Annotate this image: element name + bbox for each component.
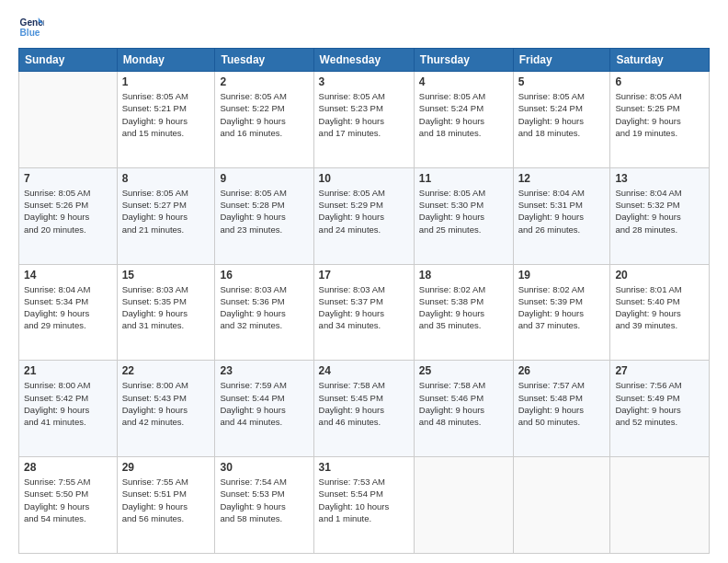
calendar-cell: 29Sunrise: 7:55 AMSunset: 5:51 PMDayligh… (117, 457, 215, 554)
calendar-cell: 21Sunrise: 8:00 AMSunset: 5:42 PMDayligh… (19, 361, 118, 457)
calendar-cell: 27Sunrise: 7:56 AMSunset: 5:49 PMDayligh… (610, 361, 710, 457)
svg-text:General: General (20, 17, 44, 28)
day-number: 22 (122, 364, 210, 377)
calendar-cell: 17Sunrise: 8:03 AMSunset: 5:37 PMDayligh… (313, 264, 414, 361)
day-info: Sunrise: 8:03 AMSunset: 5:35 PMDaylight:… (122, 283, 210, 332)
day-number: 11 (419, 172, 508, 185)
day-number: 5 (518, 75, 606, 88)
svg-text:Blue: Blue (20, 28, 40, 38)
day-info: Sunrise: 7:57 AMSunset: 5:48 PMDaylight:… (518, 379, 606, 428)
calendar-week-1: 1Sunrise: 8:05 AMSunset: 5:21 PMDaylight… (19, 72, 710, 168)
calendar-cell: 30Sunrise: 7:54 AMSunset: 5:53 PMDayligh… (215, 457, 313, 554)
day-info: Sunrise: 8:05 AMSunset: 5:22 PMDaylight:… (220, 90, 308, 139)
day-number: 23 (220, 364, 308, 377)
day-info: Sunrise: 7:58 AMSunset: 5:46 PMDaylight:… (419, 379, 508, 428)
calendar-cell: 4Sunrise: 8:05 AMSunset: 5:24 PMDaylight… (414, 72, 513, 168)
calendar-cell: 5Sunrise: 8:05 AMSunset: 5:24 PMDaylight… (513, 72, 610, 168)
calendar-cell: 24Sunrise: 7:58 AMSunset: 5:45 PMDayligh… (313, 361, 414, 457)
day-number: 7 (24, 172, 112, 185)
calendar-week-3: 14Sunrise: 8:04 AMSunset: 5:34 PMDayligh… (19, 264, 710, 361)
day-info: Sunrise: 8:05 AMSunset: 5:24 PMDaylight:… (518, 90, 606, 139)
calendar-cell (513, 457, 610, 554)
calendar-cell: 9Sunrise: 8:05 AMSunset: 5:28 PMDaylight… (215, 167, 313, 264)
calendar-cell: 20Sunrise: 8:01 AMSunset: 5:40 PMDayligh… (610, 264, 710, 361)
calendar-week-4: 21Sunrise: 8:00 AMSunset: 5:42 PMDayligh… (19, 361, 710, 457)
calendar-cell: 7Sunrise: 8:05 AMSunset: 5:26 PMDaylight… (19, 167, 118, 264)
day-number: 31 (319, 461, 409, 474)
day-info: Sunrise: 8:04 AMSunset: 5:32 PMDaylight:… (615, 187, 704, 236)
calendar-cell (610, 457, 710, 554)
calendar-cell: 16Sunrise: 8:03 AMSunset: 5:36 PMDayligh… (215, 264, 313, 361)
calendar-cell: 15Sunrise: 8:03 AMSunset: 5:35 PMDayligh… (117, 264, 215, 361)
day-number: 27 (615, 364, 704, 377)
calendar-cell: 1Sunrise: 8:05 AMSunset: 5:21 PMDaylight… (117, 72, 215, 168)
calendar-cell: 13Sunrise: 8:04 AMSunset: 5:32 PMDayligh… (610, 167, 710, 264)
day-number: 12 (518, 172, 606, 185)
calendar-header-wednesday: Wednesday (313, 49, 414, 72)
calendar-header-saturday: Saturday (610, 49, 710, 72)
calendar-cell (19, 72, 118, 168)
day-info: Sunrise: 8:05 AMSunset: 5:23 PMDaylight:… (319, 90, 409, 139)
day-number: 18 (419, 269, 508, 282)
calendar-week-5: 28Sunrise: 7:55 AMSunset: 5:50 PMDayligh… (19, 457, 710, 554)
day-number: 6 (615, 75, 704, 88)
day-info: Sunrise: 8:05 AMSunset: 5:24 PMDaylight:… (419, 90, 508, 139)
day-number: 28 (24, 461, 112, 474)
day-number: 4 (419, 75, 508, 88)
page: General Blue SundayMondayTuesdayWednesda… (0, 0, 728, 563)
day-number: 2 (220, 75, 308, 88)
day-number: 26 (518, 364, 606, 377)
logo: General Blue (18, 15, 48, 40)
day-info: Sunrise: 7:54 AMSunset: 5:53 PMDaylight:… (220, 476, 308, 524)
day-number: 17 (319, 269, 409, 282)
day-info: Sunrise: 8:05 AMSunset: 5:30 PMDaylight:… (419, 187, 508, 236)
day-info: Sunrise: 8:04 AMSunset: 5:31 PMDaylight:… (518, 187, 606, 236)
day-number: 19 (518, 269, 606, 282)
calendar-cell: 18Sunrise: 8:02 AMSunset: 5:38 PMDayligh… (414, 264, 513, 361)
calendar-cell (414, 457, 513, 554)
day-number: 15 (122, 269, 210, 282)
calendar-cell: 25Sunrise: 7:58 AMSunset: 5:46 PMDayligh… (414, 361, 513, 457)
calendar-table: SundayMondayTuesdayWednesdayThursdayFrid… (18, 48, 710, 554)
calendar-cell: 11Sunrise: 8:05 AMSunset: 5:30 PMDayligh… (414, 167, 513, 264)
day-info: Sunrise: 7:58 AMSunset: 5:45 PMDaylight:… (319, 379, 409, 428)
calendar-cell: 10Sunrise: 8:05 AMSunset: 5:29 PMDayligh… (313, 167, 414, 264)
calendar-cell: 6Sunrise: 8:05 AMSunset: 5:25 PMDaylight… (610, 72, 710, 168)
calendar-cell: 28Sunrise: 7:55 AMSunset: 5:50 PMDayligh… (19, 457, 118, 554)
calendar-header-thursday: Thursday (414, 49, 513, 72)
day-number: 20 (615, 269, 704, 282)
header: General Blue (18, 15, 710, 40)
calendar-cell: 31Sunrise: 7:53 AMSunset: 5:54 PMDayligh… (313, 457, 414, 554)
day-info: Sunrise: 8:05 AMSunset: 5:21 PMDaylight:… (122, 90, 210, 139)
day-number: 1 (122, 75, 210, 88)
day-info: Sunrise: 7:55 AMSunset: 5:50 PMDaylight:… (24, 476, 112, 524)
day-number: 13 (615, 172, 704, 185)
calendar-cell: 3Sunrise: 8:05 AMSunset: 5:23 PMDaylight… (313, 72, 414, 168)
calendar-header-monday: Monday (117, 49, 215, 72)
day-info: Sunrise: 7:59 AMSunset: 5:44 PMDaylight:… (220, 379, 308, 428)
day-info: Sunrise: 8:05 AMSunset: 5:28 PMDaylight:… (220, 187, 308, 236)
day-number: 16 (220, 269, 308, 282)
day-info: Sunrise: 8:00 AMSunset: 5:42 PMDaylight:… (24, 379, 112, 428)
day-info: Sunrise: 7:53 AMSunset: 5:54 PMDaylight:… (319, 476, 409, 524)
day-info: Sunrise: 8:02 AMSunset: 5:38 PMDaylight:… (419, 283, 508, 332)
day-number: 10 (319, 172, 409, 185)
calendar-cell: 14Sunrise: 8:04 AMSunset: 5:34 PMDayligh… (19, 264, 118, 361)
day-number: 29 (122, 461, 210, 474)
day-info: Sunrise: 7:55 AMSunset: 5:51 PMDaylight:… (122, 476, 210, 524)
calendar-cell: 22Sunrise: 8:00 AMSunset: 5:43 PMDayligh… (117, 361, 215, 457)
day-info: Sunrise: 8:03 AMSunset: 5:37 PMDaylight:… (319, 283, 409, 332)
day-number: 9 (220, 172, 308, 185)
day-number: 8 (122, 172, 210, 185)
logo-icon: General Blue (18, 15, 44, 40)
day-info: Sunrise: 8:01 AMSunset: 5:40 PMDaylight:… (615, 283, 704, 332)
day-number: 14 (24, 269, 112, 282)
day-info: Sunrise: 8:05 AMSunset: 5:25 PMDaylight:… (615, 90, 704, 139)
calendar-cell: 26Sunrise: 7:57 AMSunset: 5:48 PMDayligh… (513, 361, 610, 457)
day-info: Sunrise: 8:04 AMSunset: 5:34 PMDaylight:… (24, 283, 112, 332)
day-number: 30 (220, 461, 308, 474)
calendar-cell: 12Sunrise: 8:04 AMSunset: 5:31 PMDayligh… (513, 167, 610, 264)
day-info: Sunrise: 8:03 AMSunset: 5:36 PMDaylight:… (220, 283, 308, 332)
calendar-header-tuesday: Tuesday (215, 49, 313, 72)
day-number: 24 (319, 364, 409, 377)
